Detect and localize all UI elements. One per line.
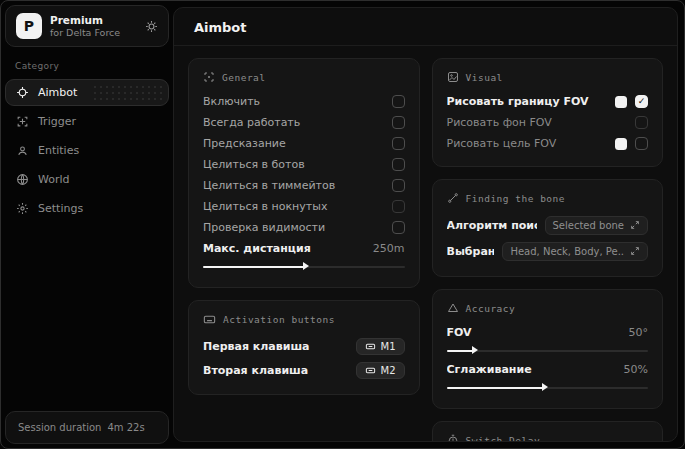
- session-card: Session duration 4m 22s: [5, 411, 169, 444]
- sidebar-item-label: Entities: [38, 144, 79, 157]
- slider-value: 250m: [373, 242, 405, 255]
- product-subtitle: for Delta Force: [50, 27, 137, 39]
- scan-icon: [203, 71, 215, 83]
- sidebar-nav: Aimbot Trigger Entities: [5, 79, 169, 222]
- slider-row: FOV 50°: [447, 322, 649, 343]
- panel-title: Finding the bone: [466, 193, 566, 204]
- select-value: Selected bone: [553, 220, 624, 231]
- checkbox[interactable]: [635, 95, 648, 108]
- bone-row: Выбранные кости Head, Neck, Body, Pe..: [447, 238, 649, 264]
- activation-panel: Activation buttons Первая клавиша M1: [188, 300, 420, 395]
- bone-icon: [447, 192, 459, 204]
- toggle-label: Включить: [203, 95, 384, 108]
- sidebar-item-label: Aimbot: [38, 86, 77, 99]
- toggle-label: Предсказание: [203, 137, 384, 150]
- checkbox[interactable]: [392, 116, 405, 129]
- expand-icon: [630, 220, 640, 230]
- sidebar-item-world[interactable]: World: [5, 166, 169, 193]
- keybind-button-m1[interactable]: M1: [356, 338, 405, 355]
- color-swatch[interactable]: [615, 138, 627, 150]
- checkbox[interactable]: [392, 179, 405, 192]
- sidebar-item-label: World: [38, 173, 70, 186]
- visual-row: Рисовать фон FOV: [447, 112, 649, 133]
- checkbox[interactable]: [392, 200, 405, 213]
- keybind-key: M1: [381, 341, 396, 352]
- triangle-icon: [447, 302, 459, 314]
- slider-label: FOV: [447, 326, 621, 339]
- keybind-label: Первая клавиша: [203, 340, 348, 353]
- visual-label: Рисовать цель FOV: [447, 137, 608, 150]
- expand-icon: [630, 246, 640, 256]
- sidebar: P Premium for Delta Force Category Aimbo…: [1, 1, 173, 448]
- toggle-row: Включить: [203, 91, 405, 112]
- main-panel: Aimbot General Включить: [173, 7, 678, 442]
- slider-row: Макс. дистанция 250m: [203, 238, 405, 259]
- keybind-button-m2[interactable]: M2: [356, 362, 405, 379]
- slider-fill[interactable]: [447, 387, 544, 389]
- visual-label: Рисовать фон FOV: [447, 116, 628, 129]
- checkbox[interactable]: [392, 95, 405, 108]
- product-name: Premium: [50, 14, 137, 27]
- checkbox[interactable]: [392, 158, 405, 171]
- accuracy-panel: Accuracy FOV 50° Сглаживание 50%: [432, 289, 664, 409]
- color-swatch[interactable]: [615, 96, 627, 108]
- bone-label: Алгоритм поиска костей: [447, 219, 537, 232]
- toggle-label: Целиться в тиммейтов: [203, 179, 384, 192]
- max-distance-slider[interactable]: [203, 261, 405, 271]
- toggle-row: Целиться в тиммейтов: [203, 175, 405, 196]
- trigger-icon: [16, 115, 29, 128]
- toggle-label: Целиться в нокнутых: [203, 200, 384, 213]
- general-panel: General Включить Всегда работать Предска…: [188, 58, 420, 288]
- visual-row: Рисовать границу FOV: [447, 91, 649, 112]
- settings-icon: [16, 202, 29, 215]
- checkbox[interactable]: [635, 137, 648, 150]
- selected-bones-select[interactable]: Head, Neck, Body, Pe..: [502, 242, 648, 261]
- world-icon: [16, 173, 29, 186]
- toggle-label: Целиться в ботов: [203, 158, 384, 171]
- crosshair-icon: [16, 86, 29, 99]
- visual-row: Рисовать цель FOV: [447, 133, 649, 154]
- sidebar-item-settings[interactable]: Settings: [5, 195, 169, 222]
- select-value: Head, Neck, Body, Pe..: [510, 246, 624, 257]
- keybind-label: Вторая клавиша: [203, 364, 348, 377]
- slider-label: Макс. дистанция: [203, 242, 365, 255]
- slider-row: Сглаживание 50%: [447, 359, 649, 380]
- keybind-row: Первая клавиша M1: [203, 334, 405, 358]
- checkbox[interactable]: [392, 221, 405, 234]
- panel-title: Switch Delay: [466, 435, 541, 443]
- smoothing-slider[interactable]: [447, 382, 649, 392]
- slider-fill[interactable]: [447, 350, 473, 352]
- dots-pattern: [92, 84, 162, 101]
- sidebar-item-trigger[interactable]: Trigger: [5, 108, 169, 135]
- sidebar-item-label: Trigger: [38, 115, 76, 128]
- page-title: Aimbot: [194, 20, 657, 35]
- session-label: Session duration: [18, 422, 101, 433]
- keybind-key: M2: [381, 365, 396, 376]
- toggle-row: Предсказание: [203, 133, 405, 154]
- sidebar-item-entities[interactable]: Entities: [5, 137, 169, 164]
- visual-panel: Visual Рисовать границу FOV Рисовать фон…: [432, 58, 664, 167]
- bone-algorithm-select[interactable]: Selected bone: [545, 216, 648, 235]
- keybind-row: Вторая клавиша M2: [203, 358, 405, 382]
- slider-value: 50%: [624, 363, 648, 376]
- slider-label: Сглаживание: [447, 363, 616, 376]
- sidebar-item-aimbot[interactable]: Aimbot: [5, 79, 169, 106]
- visual-label: Рисовать границу FOV: [447, 95, 608, 108]
- slider-value: 50°: [629, 326, 649, 339]
- toggle-label: Всегда работать: [203, 116, 384, 129]
- checkbox[interactable]: [635, 116, 648, 129]
- bone-row: Алгоритм поиска костей Selected bone: [447, 212, 649, 238]
- sidebar-item-label: Settings: [38, 202, 83, 215]
- fov-slider[interactable]: [447, 345, 649, 355]
- panel-title: Activation buttons: [223, 314, 335, 325]
- gear-icon[interactable]: [145, 20, 158, 33]
- stopwatch-icon: [447, 434, 459, 442]
- checkbox[interactable]: [392, 137, 405, 150]
- toggle-row: Проверка видимости: [203, 217, 405, 238]
- toggle-row: Всегда работать: [203, 112, 405, 133]
- slider-fill[interactable]: [203, 266, 304, 268]
- brand-logo: P: [16, 13, 42, 39]
- panel-title: Accuracy: [466, 303, 516, 314]
- brand-card: P Premium for Delta Force: [5, 5, 169, 47]
- panel-title: Visual: [466, 72, 503, 83]
